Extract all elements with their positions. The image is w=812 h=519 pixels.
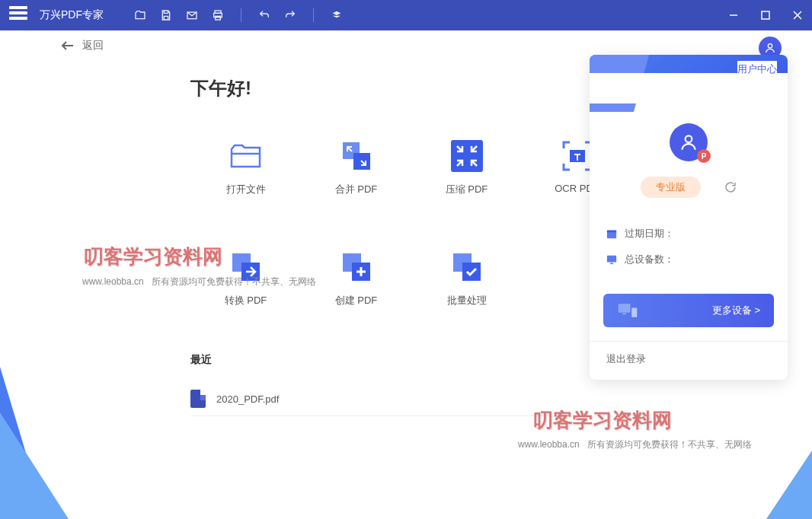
action-compress[interactable]: 压缩 PDF xyxy=(411,139,522,196)
monitor-icon xyxy=(606,254,617,265)
app-title: 万兴PDF专家 xyxy=(40,8,104,22)
info-list: 过期日期： 总设备数： xyxy=(590,213,788,280)
user-icon xyxy=(764,42,776,54)
svg-rect-24 xyxy=(619,304,631,312)
minimize-icon[interactable] xyxy=(728,10,739,21)
info-label: 总设备数： xyxy=(625,253,674,266)
more-devices-label: 更多设备 > xyxy=(712,304,760,317)
maximize-icon[interactable] xyxy=(760,10,771,21)
watermark-url: www.leobba.cn 所有资源均可免费获得！不共享、无网络 xyxy=(518,438,752,451)
convert-icon xyxy=(229,250,263,284)
calendar-icon xyxy=(606,228,617,239)
svg-rect-25 xyxy=(622,314,626,315)
save-icon[interactable] xyxy=(160,9,172,21)
action-label: 打开文件 xyxy=(226,183,266,196)
svg-rect-22 xyxy=(607,256,616,263)
titlebar: 万兴PDF专家 xyxy=(0,0,812,30)
action-label: 创建 PDF xyxy=(335,294,378,307)
avatar[interactable]: P xyxy=(670,123,708,161)
pro-badge-icon: P xyxy=(697,149,711,163)
separator xyxy=(313,8,314,22)
devices-icon xyxy=(617,302,638,319)
action-create[interactable]: 创建 PDF xyxy=(301,250,411,307)
user-icon xyxy=(679,132,699,152)
close-icon[interactable] xyxy=(792,10,803,21)
action-batch[interactable]: 批量处理 xyxy=(411,250,522,307)
ocr-icon xyxy=(561,139,594,173)
svg-rect-21 xyxy=(607,231,616,233)
mail-icon[interactable] xyxy=(186,9,198,21)
arrow-left-icon xyxy=(61,40,75,51)
redo-icon[interactable] xyxy=(284,9,296,21)
svg-rect-23 xyxy=(610,263,613,264)
logout-button[interactable]: 退出登录 xyxy=(590,341,788,380)
panel-header: 用户中心 xyxy=(590,55,788,100)
create-icon xyxy=(340,250,373,284)
info-expiry: 过期日期： xyxy=(606,221,771,247)
refresh-icon[interactable] xyxy=(724,180,737,194)
folder-icon[interactable] xyxy=(134,9,146,21)
more-devices-button[interactable]: 更多设备 > xyxy=(603,294,774,327)
separator xyxy=(241,8,241,22)
info-label: 过期日期： xyxy=(625,227,674,240)
action-label: 合并 PDF xyxy=(335,183,378,196)
undo-icon[interactable] xyxy=(258,9,270,21)
menu-icon[interactable] xyxy=(331,9,343,21)
recent-file-name: 2020_PDF.pdf xyxy=(216,393,279,405)
action-merge[interactable]: 合并 PDF xyxy=(301,139,411,196)
action-label: 转换 PDF xyxy=(225,294,267,307)
svg-rect-11 xyxy=(451,140,483,172)
svg-point-8 xyxy=(768,44,772,48)
recent-item[interactable]: 2020_PDF.pdf xyxy=(190,382,602,416)
panel-title[interactable]: 用户中心 xyxy=(737,61,777,76)
bg-decoration xyxy=(766,451,812,519)
pdf-file-icon xyxy=(190,390,206,408)
folder-open-icon xyxy=(229,142,264,170)
compress-icon xyxy=(451,140,483,172)
svg-rect-5 xyxy=(762,11,769,19)
svg-point-19 xyxy=(686,135,692,142)
back-button[interactable]: 返回 xyxy=(61,39,104,53)
merge-icon xyxy=(340,139,373,173)
bg-decoration xyxy=(0,412,69,519)
print-icon[interactable] xyxy=(212,9,224,21)
back-label: 返回 xyxy=(82,39,104,53)
action-label: 批量处理 xyxy=(447,294,487,307)
info-devices: 总设备数： xyxy=(606,247,771,272)
batch-icon xyxy=(450,250,484,284)
action-label: 压缩 PDF xyxy=(446,183,488,196)
app-logo xyxy=(9,6,27,24)
svg-rect-26 xyxy=(631,308,637,317)
action-convert[interactable]: 转换 PDF xyxy=(190,250,301,307)
action-open-file[interactable]: 打开文件 xyxy=(190,139,301,196)
user-panel: 用户中心 P 专业版 过期日期： 总设备数： 更多设备 > 退出登录 xyxy=(590,55,788,380)
pro-badge: 专业版 xyxy=(641,177,701,198)
